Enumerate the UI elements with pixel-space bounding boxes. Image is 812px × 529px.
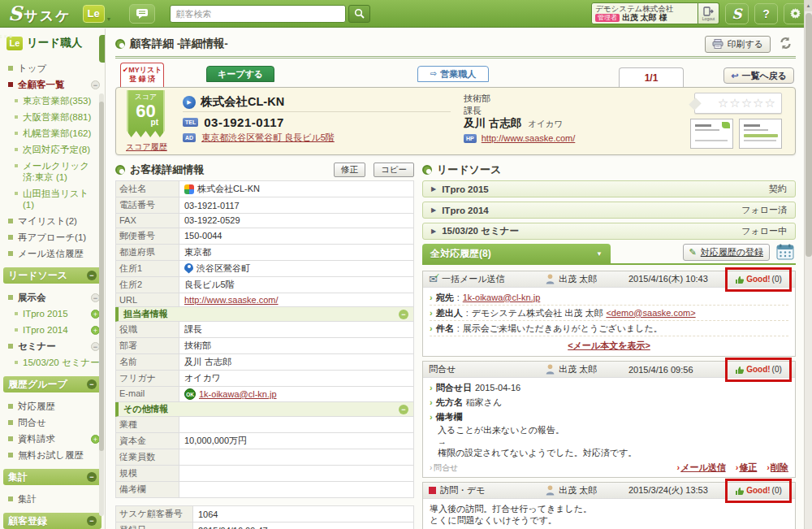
play-icon[interactable]: [183, 96, 196, 109]
sidebar-section-history-group[interactable]: 履歴グループ: [3, 376, 102, 392]
saaske-home-button[interactable]: S: [725, 3, 749, 24]
collapse-icon[interactable]: [87, 379, 97, 389]
separator: :: [457, 293, 460, 302]
collapse-icon[interactable]: [87, 271, 97, 280]
collapse-icon[interactable]: [399, 310, 408, 319]
address-badge: AD: [183, 133, 196, 142]
sidebar-item-itpro2015[interactable]: ITpro 2015: [6, 306, 102, 322]
edit-link[interactable]: 修正: [736, 462, 758, 474]
sidebar-scrollbar[interactable]: [99, 93, 104, 516]
le-product-badge[interactable]: Le: [83, 5, 105, 23]
sidebar-item-all-customers[interactable]: 全顧客一覧: [6, 76, 102, 93]
row-label: 業種: [116, 417, 179, 432]
register-history-button[interactable]: 対応履歴の登録: [683, 244, 770, 261]
delete-link[interactable]: 削除: [767, 462, 788, 474]
thumbs-up-icon: [735, 365, 745, 375]
collapse-icon[interactable]: [91, 80, 100, 89]
sidebar-item-exhibition[interactable]: 展示会: [6, 289, 102, 306]
sidebar-item-top[interactable]: トップ: [6, 60, 102, 76]
logout-button[interactable]: Logout: [698, 2, 719, 24]
sidebar-item-itpro2014[interactable]: ITpro 2014: [6, 322, 102, 338]
sidebar-item-next-action[interactable]: 次回対応予定(8): [6, 141, 102, 158]
good-button[interactable]: Good! (0): [725, 479, 792, 503]
sidebar-item-inquiry[interactable]: 問合せ: [6, 414, 102, 431]
leadsource-item-seminar[interactable]: 15/03/20 セミナーフォロー中: [422, 223, 796, 240]
sidebar-item-seminar[interactable]: セミナー: [6, 338, 102, 354]
help-button[interactable]: ?: [754, 3, 778, 24]
arrow-icon: [430, 293, 433, 302]
table-row: 住所2良長ビル5階: [115, 277, 414, 293]
scrollbar-thumb[interactable]: [806, 13, 812, 257]
bullet-icon: [15, 312, 18, 315]
address-link[interactable]: 東京都渋谷区鶯谷町 良長ビル5階: [201, 132, 335, 144]
sidebar-collapse-handle[interactable]: [99, 35, 105, 63]
good-button[interactable]: Good! (0): [725, 267, 792, 292]
sidebar-item-yamada-list[interactable]: 山田担当リスト(1): [6, 185, 102, 213]
history-title: 全対応履歴(8): [430, 247, 491, 261]
good-button[interactable]: Good! (0): [725, 358, 792, 382]
sidebar-section-tally[interactable]: 集計: [3, 469, 102, 485]
sidebar-item-mail-history[interactable]: メール送信履歴: [6, 245, 102, 262]
row-value: 1064: [198, 509, 218, 519]
back-to-list-button[interactable]: 一覧へ戻る: [723, 67, 794, 84]
collapse-icon[interactable]: [399, 405, 408, 414]
sidebar-item-osaka-sales[interactable]: 大阪営業部(881): [6, 109, 102, 125]
tab-mylist-registered[interactable]: ✔MYリスト 登 録 済: [120, 63, 164, 87]
sidebar-item-reapproach[interactable]: 再アプローチ(1): [6, 229, 102, 245]
business-card-thumbnail[interactable]: [739, 119, 782, 149]
collapse-icon[interactable]: [87, 516, 97, 526]
print-button[interactable]: 印刷する: [705, 36, 771, 53]
edit-button[interactable]: 修正: [334, 163, 365, 177]
email-link[interactable]: 1k-oikawa@cl-kn.jp: [199, 389, 277, 399]
sidebar-section-customer-register[interactable]: 顧客登録: [3, 513, 102, 529]
sender-email-link[interactable]: <demo@saaske.com>: [606, 308, 695, 318]
tab-keep[interactable]: キープする: [206, 66, 274, 82]
calendar-button[interactable]: [776, 244, 796, 262]
maps-icon[interactable]: [184, 184, 194, 194]
star-rating[interactable]: ☆☆☆☆☆: [694, 93, 782, 114]
chat-button[interactable]: [129, 4, 155, 24]
sidebar-item-document-request[interactable]: 資料請求: [6, 431, 102, 447]
recipient-email-link[interactable]: 1k-oikawa@cl-kn.jp: [463, 293, 541, 302]
chevron-down-icon[interactable]: ▼: [106, 16, 112, 22]
scrollbar-thumb[interactable]: [99, 102, 104, 451]
collapse-icon[interactable]: [87, 472, 97, 482]
sidebar-item-mail-clicked[interactable]: メールクリック済:東京 (1): [6, 158, 102, 185]
leadsource-item-itpro2014[interactable]: ITpro 2014フォロー済: [422, 202, 796, 219]
contact-info-header: 担当者情報: [115, 307, 414, 322]
sidebar-item-sapporo-sales[interactable]: 札幌営業部(162): [6, 125, 102, 141]
sidebar-item-tokyo-sales[interactable]: 東京営業部(353): [6, 93, 102, 109]
url-link[interactable]: http://www.saaske.com/: [184, 295, 279, 305]
refresh-button[interactable]: [779, 37, 793, 51]
table-row: 郵便番号150-0044: [115, 228, 414, 245]
window-scrollbar[interactable]: ▲: [804, 0, 812, 529]
logo-swirl-icon: S: [8, 2, 22, 25]
sidebar-item-response-history[interactable]: 対応履歴: [6, 398, 102, 414]
website-link[interactable]: http://www.saaske.com/: [482, 132, 576, 145]
tab-sales-craftsman[interactable]: ⇨ 営業職人: [417, 66, 489, 82]
sidebar-item-label: 展示会: [18, 292, 46, 303]
history-filter-dropdown[interactable]: 全対応履歴(8): [422, 244, 611, 263]
entry-user: 出茂 太郎: [559, 484, 597, 496]
sidebar-item-seminar-0320[interactable]: 15/03/20 セミナー: [6, 354, 102, 371]
search-input[interactable]: [170, 5, 346, 23]
sidebar-item-mylist[interactable]: マイリスト(2): [6, 213, 102, 229]
scroll-up-arrow-icon[interactable]: ▲: [805, 0, 812, 11]
leadsource-name: ITpro 2014: [442, 206, 489, 215]
send-mail-link[interactable]: メール送信: [676, 462, 725, 474]
show-mail-body-link[interactable]: <メール本文を表示>: [568, 340, 650, 350]
score-history-link[interactable]: スコア履歴: [126, 141, 167, 153]
copy-button[interactable]: コピー: [374, 163, 414, 177]
sidebar-item-tally[interactable]: 集計: [6, 491, 102, 507]
leadsource-item-itpro2015[interactable]: ITpro 2015契約: [422, 180, 796, 197]
search-button[interactable]: [348, 5, 370, 23]
sidebar-item-free-trial[interactable]: 無料お試し履歴: [6, 447, 102, 463]
bullet-icon: [15, 132, 18, 135]
leadsource-name: 15/03/20 セミナー: [442, 225, 519, 237]
app-logo[interactable]: S サスケ SAASKE: [8, 2, 71, 25]
business-card-thumbnail[interactable]: [690, 119, 733, 149]
bullet-icon: [8, 344, 13, 349]
sidebar-section-leadsource[interactable]: リードソース: [3, 267, 102, 284]
map-pin-icon[interactable]: [184, 263, 193, 274]
row-label: 名前: [116, 354, 179, 370]
